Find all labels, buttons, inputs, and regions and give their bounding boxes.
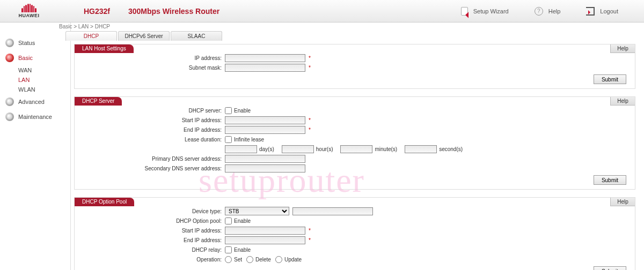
dhcp-end-label: End IP address: [75,127,225,133]
pool-submit-button[interactable]: Submit [594,266,626,270]
dhcp-relay-checkbox[interactable] [225,246,232,253]
operation-delete-text: Delete [255,257,275,262]
advanced-icon [5,98,14,106]
panel-pool-title: DHCP Option Pool [75,198,134,206]
dhcp-end-input[interactable] [225,126,305,134]
brand-logo: HUAWEI [6,4,52,18]
device-type-label: Device type: [75,208,225,214]
required-marker: * [305,127,311,133]
dhcp-relay-label: DHCP relay: [75,247,225,253]
dhcp-lease-label: Lease duration: [75,137,225,142]
operation-delete-radio[interactable] [246,256,253,263]
lease-days-input[interactable] [225,145,257,153]
dhcp-start-input[interactable] [225,116,305,124]
hours-unit: hour(s) [314,146,341,152]
panel-lan-title: LAN Host Settings [75,44,134,53]
nav-advanced[interactable]: Advanced [0,94,70,109]
panel-lan-help[interactable]: Help [610,44,635,53]
brand-text: HUAWEI [19,13,40,18]
required-marker: * [305,237,311,243]
required-marker: * [305,65,311,71]
product-model: HG232f [84,7,110,16]
nav-maintenance-label: Maintenance [18,114,52,120]
lan-mask-label: Subnet mask: [75,65,225,71]
tab-slaac[interactable]: SLAAC [171,31,222,41]
option-pool-enable-text: Enable [234,218,251,224]
tab-dhcp[interactable]: DHCP [65,31,117,41]
nav-wlan[interactable]: WLAN [18,85,70,94]
nav-status-label: Status [18,40,35,46]
nav-basic-label: Basic [18,55,33,61]
nav-advanced-label: Advanced [18,99,45,105]
dhcp-server-label: DHCP server: [75,108,225,114]
panel-dhcp-title: DHCP Server [75,97,122,106]
lan-ip-label: IP address: [75,55,225,61]
setup-wizard-link[interactable]: Setup Wizard [461,7,509,16]
infinite-lease-text: Infinite lease [234,137,264,142]
panel-dhcp-server: DHCP Server Help DHCP server: Enable Sta… [74,96,635,190]
lease-minutes-input[interactable] [340,145,372,153]
panel-dhcp-help[interactable]: Help [610,97,635,106]
seconds-unit: second(s) [437,146,465,152]
help-label: Help [548,8,561,14]
pool-start-label: Start IP address: [75,228,225,234]
product-desc: 300Mbps Wireless Router [128,7,219,16]
operation-set-text: Set [234,257,246,262]
logout-link[interactable]: Logout [586,7,618,16]
panel-pool-help[interactable]: Help [610,198,635,206]
operation-label: Operation: [75,257,225,262]
operation-update-text: Update [284,257,302,262]
nav-lan[interactable]: LAN [18,75,70,85]
minutes-unit: minute(s) [372,146,405,152]
tab-dhcpv6[interactable]: DHCPv6 Server [118,31,170,41]
subtab-bar: DHCP DHCPv6 Server SLAAC [65,31,223,41]
dhcp-submit-button[interactable]: Submit [594,175,626,185]
pool-start-input[interactable] [225,227,305,235]
setup-wizard-label: Setup Wizard [473,8,509,14]
nav-basic[interactable]: Basic [0,50,70,65]
left-nav: Status Basic WAN LAN WLAN Advanced Maint… [0,22,71,270]
device-type-extra-input[interactable] [292,207,373,215]
pdns-input[interactable] [225,155,305,163]
required-marker: * [305,55,311,61]
header-bar: HUAWEI HG232f 300Mbps Wireless Router Se… [0,0,644,22]
device-type-select[interactable]: STB [225,207,289,215]
pdns-label: Primary DNS server address: [75,156,225,162]
nav-maintenance[interactable]: Maintenance [0,109,70,124]
required-marker: * [305,228,311,234]
sdns-input[interactable] [225,164,305,172]
wizard-icon [461,7,468,16]
dhcp-start-label: Start IP address: [75,117,225,123]
lan-ip-input[interactable] [225,54,305,62]
logout-label: Logout [600,8,618,14]
maintenance-icon [5,112,14,121]
infinite-lease-checkbox[interactable] [225,136,232,143]
option-pool-enable-checkbox[interactable] [225,218,232,224]
pool-end-input[interactable] [225,236,305,244]
days-unit: day(s) [257,146,282,152]
required-marker: * [305,117,311,123]
sdns-label: Secondary DNS server address: [75,166,225,171]
basic-icon [5,54,14,62]
lease-hours-input[interactable] [282,145,314,153]
lan-mask-input[interactable] [225,64,305,72]
product-title: HG232f 300Mbps Wireless Router [84,7,219,16]
operation-set-radio[interactable] [225,256,232,263]
dhcp-relay-text: Enable [234,247,251,253]
nav-wan[interactable]: WAN [18,65,70,75]
status-icon [5,39,14,47]
lease-seconds-input[interactable] [405,145,437,153]
nav-basic-sub: WAN LAN WLAN [0,65,70,94]
panel-dhcp-option-pool: DHCP Option Pool Help Device type: STB D… [74,197,635,270]
dhcp-enable-text: Enable [234,108,251,114]
dhcp-enable-checkbox[interactable] [225,107,232,114]
lan-submit-button[interactable]: Submit [594,74,626,84]
panel-lan-host: LAN Host Settings Help IP address: * Sub… [74,44,635,89]
logout-icon [586,7,595,16]
operation-update-radio[interactable] [275,256,282,263]
nav-status[interactable]: Status [0,35,70,50]
option-pool-label: DHCP Option pool: [75,218,225,224]
main-content: LAN Host Settings Help IP address: * Sub… [74,44,635,270]
help-link[interactable]: ? Help [535,7,561,16]
huawei-icon [21,4,36,12]
